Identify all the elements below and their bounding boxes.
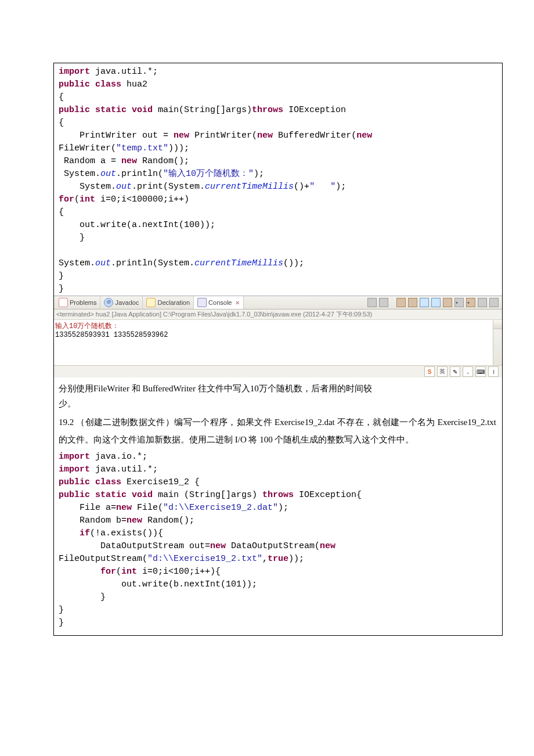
txt: { — [59, 207, 64, 217]
console-icon — [197, 298, 207, 307]
txt: ()); — [283, 258, 304, 268]
console-drop-icon[interactable] — [454, 298, 464, 307]
view-tabbar: Problems @ Javadoc Declaration Console ✕ — [54, 296, 502, 309]
clear-console-icon[interactable] — [408, 298, 417, 307]
txt: (!a.exists()){ — [90, 528, 163, 538]
close-icon[interactable]: ✕ — [233, 300, 240, 306]
txt: FileOutputStream( — [59, 554, 147, 564]
kw: new — [257, 131, 273, 141]
new-console-icon[interactable] — [466, 298, 475, 307]
txt: { — [59, 118, 64, 128]
ime-punct-icon[interactable]: ✎ — [450, 366, 460, 377]
ime-lang[interactable]: 英 — [437, 366, 448, 377]
sogou-icon[interactable]: S — [424, 366, 435, 377]
console-toolbar — [367, 298, 502, 307]
txt: System. — [59, 182, 116, 192]
txt: ()+ — [294, 182, 309, 192]
document-page: import java.util.*; public class hua2 { … — [53, 63, 503, 636]
txt: } — [59, 592, 106, 602]
txt: Random a = — [59, 156, 121, 166]
tab-label: Javadoc — [115, 299, 139, 306]
kw: new — [127, 516, 142, 525]
remove-all-icon[interactable] — [379, 298, 388, 307]
txt: Random(); — [142, 516, 194, 525]
txt: } — [59, 618, 64, 628]
ime-bar: S 英 ✎ ， ⌨ ⁞ — [54, 365, 502, 377]
txt: out.write(a.nextInt(100)); — [59, 220, 215, 230]
txt: DataOutputStream out= — [59, 541, 210, 551]
kw: true — [268, 554, 288, 564]
pin-console-icon[interactable] — [420, 298, 429, 307]
em: currentTimeMillis — [205, 182, 294, 192]
txt: ( — [116, 567, 121, 577]
txt: DataOutputStream( — [226, 541, 320, 551]
kw: if — [80, 528, 90, 538]
ime-menu-icon[interactable]: ⁞ — [488, 366, 499, 377]
kw: public class — [59, 80, 121, 89]
txt: } — [59, 271, 64, 281]
txt: i=0;i<100;i++){ — [137, 567, 221, 577]
txt: ( — [74, 195, 80, 204]
str: "temp.txt" — [116, 143, 168, 153]
ime-keyboard-icon[interactable]: ⌨ — [475, 366, 486, 377]
kw: throws — [262, 490, 294, 500]
str: "d:\\Exercise19_2.dat" — [163, 503, 278, 513]
txt: main (String[]args) — [153, 490, 262, 500]
txt: java.util.*; — [90, 465, 158, 474]
kw: for — [59, 195, 74, 204]
tab-declaration[interactable]: Declaration — [143, 296, 194, 309]
open-console-icon[interactable] — [443, 298, 452, 307]
txt: ); — [278, 503, 288, 513]
txt: i=0;i<100000;i++) — [95, 195, 189, 204]
txt: File a= — [59, 503, 116, 513]
txt: out.write(b.nextInt(101)); — [59, 579, 257, 589]
tab-javadoc[interactable]: @ Javadoc — [100, 296, 143, 309]
tab-problems[interactable]: Problems — [55, 296, 100, 309]
kw: for — [100, 567, 116, 577]
txt: PrintWriter( — [189, 131, 257, 141]
txt: Exercise19_2 { — [121, 477, 200, 487]
kw: import — [59, 452, 90, 462]
txt: java.util.*; — [90, 67, 158, 77]
kw: public class — [59, 477, 121, 487]
tab-console[interactable]: Console ✕ — [194, 296, 244, 309]
console-line: 输入10万个随机数： — [55, 321, 501, 331]
em: out — [116, 182, 132, 192]
kw: new — [320, 541, 335, 551]
txt: BufferedWriter( — [273, 131, 356, 141]
display-console-icon[interactable] — [431, 298, 441, 307]
em: out — [95, 258, 111, 268]
str: " " — [309, 182, 335, 192]
ime-comma-icon[interactable]: ， — [463, 366, 473, 377]
tab-label: Console — [208, 299, 232, 306]
code-block-2: import java.io.*; import java.util.*; pu… — [54, 449, 502, 635]
min-view-icon[interactable] — [478, 298, 487, 307]
kw: new — [174, 131, 189, 141]
eclipse-console: Problems @ Javadoc Declaration Console ✕ — [54, 296, 502, 377]
kw: public static void — [59, 105, 153, 115]
txt: ); — [335, 182, 346, 192]
kw: new — [356, 131, 372, 141]
tab-label: Declaration — [157, 299, 190, 306]
kw: int — [80, 195, 95, 204]
kw: import — [59, 465, 90, 474]
text: 分别使用FileWriter 和 BufferedWriter 往文件中写入10… — [59, 384, 372, 393]
kw: int — [121, 567, 137, 577]
kw: import — [59, 67, 90, 77]
kw: new — [121, 156, 137, 166]
scrollbar[interactable] — [493, 320, 502, 365]
txt — [59, 528, 80, 538]
scroll-lock-icon[interactable] — [396, 298, 406, 307]
exercise-19-2: 19.2 （创建二进制数据文件）编写一个程序，如果文件 Exercise19_2… — [54, 411, 502, 449]
txt — [59, 567, 100, 577]
txt: IOException{ — [294, 490, 362, 500]
txt: } — [59, 605, 64, 615]
console-line: 1335528593931 1335528593962 — [55, 331, 501, 339]
str: "d:\\Exercise19_2.txt" — [147, 554, 262, 564]
kw: new — [210, 541, 226, 551]
text: 少。 — [59, 399, 76, 408]
txt: .print(System. — [132, 182, 205, 192]
javadoc-icon: @ — [104, 298, 113, 307]
remove-launch-icon[interactable] — [367, 298, 377, 307]
max-view-icon[interactable] — [489, 298, 499, 307]
